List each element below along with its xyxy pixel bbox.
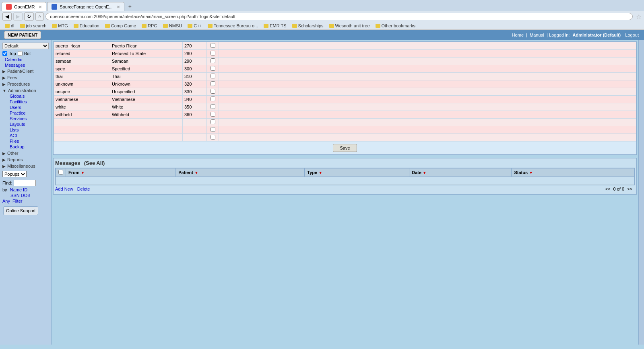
- bookmark-mtg[interactable]: MTG: [50, 23, 70, 29]
- bookmark-education[interactable]: Education: [71, 23, 102, 29]
- race-num-input[interactable]: [184, 74, 205, 79]
- race-num-cell[interactable]: [183, 57, 207, 65]
- race-extra-input[interactable]: [221, 135, 634, 140]
- race-num-input[interactable]: [184, 105, 205, 109]
- race-check-cell[interactable]: [207, 80, 219, 88]
- bookmark-wesnoth[interactable]: Wesnoth unit tree: [327, 23, 372, 29]
- back-button[interactable]: ◀: [2, 12, 12, 21]
- race-key-input[interactable]: [56, 43, 108, 48]
- race-label-input[interactable]: [112, 89, 181, 94]
- messages-see-all[interactable]: (See All): [84, 160, 105, 166]
- race-key-input[interactable]: [56, 59, 108, 64]
- race-label-input[interactable]: [112, 82, 181, 86]
- any-link[interactable]: Any: [2, 199, 10, 203]
- sidebar-group-misc-header[interactable]: ▶ Miscellaneous: [0, 163, 51, 169]
- race-checkbox[interactable]: [211, 51, 215, 55]
- race-extra-cell[interactable]: [219, 103, 636, 111]
- race-key-cell[interactable]: [54, 57, 110, 65]
- sidebar-group-fees-header[interactable]: ▶ Fees: [0, 75, 51, 80]
- race-key-input[interactable]: [56, 97, 108, 102]
- sidebar-item-backup[interactable]: Backup: [5, 144, 51, 150]
- race-checkbox[interactable]: [211, 104, 215, 109]
- tab-sourceforge[interactable]: SourceForge.net: OpenE... ✕: [47, 2, 124, 11]
- race-num-cell[interactable]: [183, 103, 207, 111]
- race-extra-cell[interactable]: [219, 80, 636, 88]
- sidebar-group-admin-header[interactable]: ▼ Administration: [0, 88, 51, 93]
- race-checkbox[interactable]: [211, 127, 215, 132]
- race-label-input[interactable]: [112, 112, 181, 117]
- race-extra-cell[interactable]: [219, 111, 636, 119]
- race-extra-input[interactable]: [221, 74, 634, 79]
- tab-sf-close[interactable]: ✕: [117, 5, 120, 9]
- popups-select[interactable]: Popups: [2, 171, 27, 177]
- race-num-input[interactable]: [184, 120, 205, 125]
- sidebar-group-reports-header[interactable]: ▶ Reports: [0, 157, 51, 162]
- sidebar-item-acl[interactable]: ACL: [5, 133, 51, 138]
- sidebar-item-globals[interactable]: Globals: [5, 93, 51, 99]
- sidebar-item-practice[interactable]: Practice: [5, 110, 51, 116]
- home-button[interactable]: ⌂: [35, 12, 44, 21]
- race-label-input[interactable]: [112, 135, 181, 140]
- by-name-link[interactable]: Name: [10, 187, 22, 192]
- race-checkbox[interactable]: [211, 81, 215, 86]
- race-key-cell[interactable]: [54, 96, 110, 103]
- race-num-cell[interactable]: [183, 111, 207, 119]
- race-key-input[interactable]: [56, 51, 108, 56]
- bookmark-emrts[interactable]: EMR TS: [261, 23, 289, 29]
- race-key-cell[interactable]: [54, 65, 110, 73]
- race-checkbox[interactable]: [211, 135, 215, 140]
- race-num-input[interactable]: [184, 51, 205, 56]
- race-key-input[interactable]: [56, 74, 108, 79]
- bookmark-other[interactable]: Other bookmarks: [373, 23, 418, 29]
- race-label-cell[interactable]: [110, 57, 183, 65]
- race-key-cell[interactable]: [54, 126, 110, 134]
- race-extra-cell[interactable]: [219, 134, 636, 142]
- delete-link[interactable]: Delete: [77, 187, 90, 191]
- messages-col-type[interactable]: Type ▼: [305, 168, 409, 177]
- sidebar-item-messages[interactable]: Messages: [0, 62, 51, 68]
- race-extra-input[interactable]: [221, 127, 634, 132]
- race-label-input[interactable]: [112, 43, 181, 48]
- race-num-cell[interactable]: [183, 126, 207, 134]
- race-label-cell[interactable]: [110, 103, 183, 111]
- messages-col-from[interactable]: From ▼: [66, 168, 176, 177]
- race-num-input[interactable]: [184, 112, 205, 117]
- race-key-cell[interactable]: [54, 42, 110, 50]
- race-extra-input[interactable]: [221, 66, 634, 71]
- race-label-cell[interactable]: [110, 73, 183, 80]
- race-label-cell[interactable]: [110, 134, 183, 142]
- race-check-cell[interactable]: [207, 42, 219, 50]
- race-label-input[interactable]: [112, 120, 181, 125]
- race-num-input[interactable]: [184, 82, 205, 86]
- new-patient-button[interactable]: NEW PATIENT: [4, 31, 41, 39]
- race-extra-cell[interactable]: [219, 126, 636, 134]
- race-num-input[interactable]: [184, 97, 205, 102]
- race-key-cell[interactable]: [54, 111, 110, 119]
- race-key-input[interactable]: [56, 82, 108, 86]
- race-label-cell[interactable]: [110, 88, 183, 96]
- sidebar-item-files[interactable]: Files: [5, 138, 51, 144]
- race-num-input[interactable]: [184, 135, 205, 140]
- sidebar-group-other-header[interactable]: ▶ Other: [0, 150, 51, 156]
- bookmark-cpp[interactable]: C++: [185, 23, 204, 29]
- race-checkbox[interactable]: [211, 58, 215, 63]
- manual-link[interactable]: Manual: [530, 33, 544, 37]
- online-support-button[interactable]: Online Support: [3, 206, 38, 215]
- race-checkbox[interactable]: [211, 96, 215, 101]
- sidebar-item-users[interactable]: Users: [5, 105, 51, 110]
- race-label-input[interactable]: [112, 51, 181, 56]
- bookmark-star[interactable]: ☆: [636, 13, 642, 21]
- race-key-cell[interactable]: [54, 50, 110, 57]
- race-check-cell[interactable]: [207, 126, 219, 134]
- race-extra-cell[interactable]: [219, 88, 636, 96]
- race-key-input[interactable]: [56, 105, 108, 109]
- race-key-cell[interactable]: [54, 134, 110, 142]
- race-check-cell[interactable]: [207, 134, 219, 142]
- race-key-cell[interactable]: [54, 88, 110, 96]
- filter-link[interactable]: Filter: [12, 199, 22, 203]
- race-check-cell[interactable]: [207, 88, 219, 96]
- race-extra-input[interactable]: [221, 59, 634, 64]
- by-dob-link[interactable]: DOB: [21, 193, 31, 198]
- race-label-input[interactable]: [112, 74, 181, 79]
- race-extra-input[interactable]: [221, 43, 634, 48]
